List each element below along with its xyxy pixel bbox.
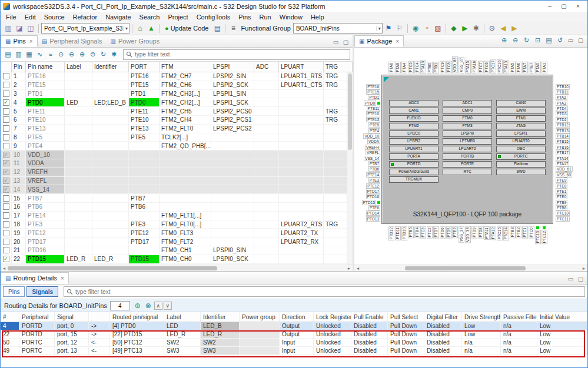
pin-row[interactable]: ✓10VDD_10 (1, 150, 353, 159)
pin-row[interactable]: ✓14VSS_14 (1, 185, 353, 194)
pins-filter-box[interactable] (123, 49, 350, 60)
pin-row[interactable]: 1PTE16PTE16FTM2_CH7LPSPI2_SINLPUART1_RTS… (1, 72, 353, 81)
minimize-window-button[interactable]: – (543, 2, 557, 11)
package-pin-pta7[interactable]: PTA7 (522, 49, 529, 73)
pins-filter-input[interactable] (135, 51, 347, 58)
save-all-icon[interactable]: ◫ (25, 23, 36, 34)
view-tab-pins[interactable]: Pins (3, 286, 25, 297)
package-pin-ptb8[interactable]: PTB8 (556, 206, 567, 210)
scroll-right-icon[interactable]: ► (580, 266, 587, 270)
package-pin-vrefh[interactable]: VREFH (365, 145, 380, 149)
package-pin-ptb1[interactable]: PTB1 (433, 49, 440, 73)
peripheral-block-porte[interactable]: PORTE (443, 161, 492, 168)
pins-tool-icon[interactable]: ◉ (410, 23, 421, 34)
routing-row[interactable]: 49PORTCport, 13<-[49] PTC13SW3SW3InputUn… (1, 347, 587, 355)
peripheral-block-ewm[interactable]: EWM (496, 108, 546, 114)
package-pin-ptd9[interactable]: PTD9 (471, 226, 477, 250)
peripheral-block-platform[interactable]: Platform (496, 161, 546, 168)
pin-row[interactable]: ✓22PTD15LED_RLED_RPTD15FTM0_CH0LPSPI0_SC… (1, 255, 353, 264)
functional-group-icon[interactable]: ≡ (228, 23, 238, 34)
package-pin-ptb13[interactable]: PTB13 (556, 128, 570, 133)
refresh-icon[interactable]: ↻ (98, 49, 108, 59)
package-pin-pta2[interactable]: PTA2 (556, 95, 567, 100)
package-pin-ptd1[interactable]: PTD1 (368, 95, 380, 100)
home-icon[interactable]: ⌂ (135, 23, 145, 34)
pin-row[interactable]: ✓13VREFL (1, 177, 353, 186)
package-pin-ptb17[interactable]: PTB17 (556, 150, 570, 155)
package-pin-pta3[interactable]: PTA3 (556, 101, 567, 105)
package-pin-ptb14[interactable]: PTB14 (556, 134, 570, 139)
pin-checkbox[interactable] (3, 91, 9, 97)
peripheral-block-powerandground[interactable]: PowerAndGround (389, 169, 438, 175)
routing-filter-box[interactable] (64, 286, 585, 297)
peripheral-block-adc1[interactable]: ADC1 (443, 100, 492, 106)
package-pin-pta15[interactable]: PTA15 (465, 49, 471, 73)
peripherals-tool-icon[interactable]: ▧ (433, 23, 443, 34)
pin-row[interactable]: 17PTE14FTM0_FLT1[...] (1, 212, 353, 220)
fit-view-icon[interactable]: ⊡ (533, 35, 543, 45)
routing-row[interactable]: 50PORTCport, 12<-[50] PTC12SW2SW2InputUn… (1, 339, 587, 347)
scrollbar-thumb[interactable] (348, 73, 352, 150)
package-pin-ptc6[interactable]: PTC6 (484, 49, 490, 73)
peripheral-block-ftm2[interactable]: FTM2 (389, 123, 438, 129)
menu-item-navigate[interactable]: Navigate (101, 13, 135, 21)
routing-filter-input[interactable] (75, 289, 582, 295)
pin-row[interactable]: 19PTE12PTE12FTM0_FLT3LPUART2_TX (1, 229, 353, 237)
package-pin-vdd-38[interactable]: VDD_38 (465, 226, 471, 250)
view-tab-signals[interactable]: Signals (26, 286, 58, 297)
pin-checkbox[interactable] (3, 203, 9, 210)
package-horizontal-scrollbar[interactable]: ◄ ► (354, 265, 587, 271)
routing-row[interactable]: 22PORTDport, 15->[22] PTD15LED_RLED_ROut… (1, 330, 587, 339)
package-pin-ptd3[interactable]: PTD3 (556, 112, 568, 116)
package-pin-ptb2[interactable]: PTB2 (516, 226, 522, 250)
deselect-route-icon[interactable]: ⊙ (56, 49, 66, 59)
tab-package[interactable]: ▣Package× (354, 35, 404, 47)
package-pin-pte4[interactable]: PTE4 (368, 128, 380, 133)
package-pin-vdd-88[interactable]: VDD_88 (452, 49, 459, 73)
package-pin-vrefl[interactable]: VREFL (366, 150, 380, 155)
peripheral-block-lpi2c0[interactable]: LPI2C0 (389, 131, 438, 137)
export-image-icon[interactable]: ▤ (544, 35, 554, 45)
peripheral-block-flexio[interactable]: FLEXIO (389, 115, 438, 122)
package-pin-ptd13[interactable]: PTD13 (366, 216, 380, 221)
menu-item-refactor[interactable]: Refactor (69, 13, 102, 21)
package-pin-pte5[interactable]: PTE5 (368, 123, 380, 128)
show-columns-icon[interactable]: ▥ (14, 49, 24, 59)
package-pin-pta16[interactable]: PTA16 (471, 49, 477, 73)
package-pin-pte10[interactable]: PTE10 (366, 112, 380, 116)
save-icon[interactable]: ◪ (14, 23, 25, 34)
project-combo[interactable]: Port_Ci_Port_Ip_Example_S32K1▾ (41, 23, 129, 34)
package-pin-ptc15[interactable]: PTC15 (497, 226, 503, 250)
menu-item-project[interactable]: Project (164, 13, 192, 21)
pin-checkbox[interactable] (3, 108, 9, 115)
peripheral-block-portc[interactable]: PORTC (496, 153, 546, 160)
pin-checkbox[interactable] (3, 221, 9, 228)
package-pin-ptd17[interactable]: PTD17 (366, 189, 380, 193)
menu-item-file[interactable]: File (2, 13, 21, 21)
pin-checkbox[interactable] (3, 212, 9, 219)
menu-item-pins[interactable]: Pins (234, 13, 255, 21)
package-pin-ptd10[interactable]: PTD10 (401, 226, 408, 250)
move-up-icon[interactable]: ∧ (154, 302, 162, 310)
peripheral-block-porta[interactable]: PORTA (389, 153, 438, 160)
zoom-out-icon[interactable]: ⊖ (510, 35, 520, 45)
menu-item-window[interactable]: Window (275, 13, 307, 21)
minimize-panel-icon[interactable]: ▭ (331, 39, 340, 45)
peripheral-block-can1[interactable]: CAN1 (389, 108, 438, 114)
minimize-panel-icon[interactable]: ▭ (566, 37, 575, 44)
package-pin-ptc14[interactable]: PTC14 (503, 226, 509, 250)
package-pin-ptc9[interactable]: PTC9 (439, 49, 446, 73)
pin-row[interactable]: 18PTE3PTE3FTM0_FLT0[...]LPUART2_RTSTRG (1, 220, 353, 229)
route-input-icon[interactable]: ⊖ (67, 49, 77, 59)
package-pin-ptb6[interactable]: PTB6 (368, 167, 380, 172)
package-pin-ptc0[interactable]: PTC0 (529, 226, 535, 250)
debug-icon[interactable]: ◆ (449, 23, 459, 34)
package-pin-ptb10[interactable]: PTB10 (556, 84, 570, 89)
menu-item-help[interactable]: Help (307, 13, 328, 21)
package-pin-ptc17[interactable]: PTC17 (490, 49, 497, 73)
tab-power-groups[interactable]: ▥Power Groups (106, 35, 164, 47)
pins-vertical-scrollbar[interactable] (347, 72, 353, 265)
chip-package[interactable]: ADC0ADC1CAN0CAN1CMP0EWMFLEXIOFTM0FTM1FTM… (381, 75, 553, 224)
minimize-panel-icon[interactable]: ▭ (566, 276, 575, 282)
new-wizard-icon[interactable]: ▥ (3, 23, 14, 34)
